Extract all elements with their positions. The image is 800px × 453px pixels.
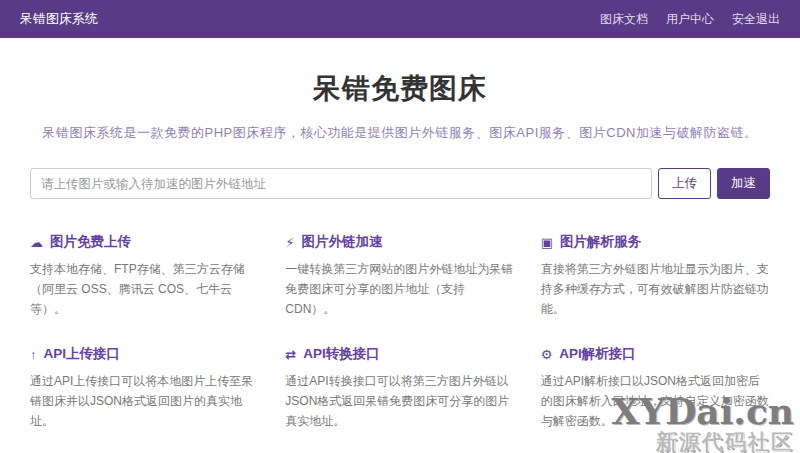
nav-link-logout[interactable]: 安全退出	[732, 11, 780, 28]
feature-description: 一键转换第三方网站的图片外链地址为呆错免费图床可分享的图片地址（支持CDN）。	[285, 260, 514, 319]
page-subtitle: 呆错图床系统是一款免费的PHP图床程序，核心功能是提供图片外链服务、图床API服…	[30, 124, 770, 142]
link-accelerate-icon: ⚡	[285, 235, 294, 250]
upload-button[interactable]: 上传	[658, 168, 711, 199]
feature-description: 通过API解析接口以JSON格式返回加密后的图床解析入口地址，支持自定义加密函数…	[541, 372, 770, 431]
search-bar: 上传 加速	[30, 168, 770, 199]
api-convert-icon: ⇄	[285, 347, 296, 362]
feature-title: 图片外链加速	[301, 233, 382, 251]
accelerate-button[interactable]: 加速	[717, 168, 770, 199]
feature-card-api-parse: ⚙ API解析接口 通过API解析接口以JSON格式返回加密后的图床解析入口地址…	[541, 345, 770, 431]
navbar: 呆错图床系统 图床文档 用户中心 安全退出	[0, 0, 800, 38]
feature-description: 通过API上传接口可以将本地图片上传至呆错图床并以JSON格式返回图片的真实地址…	[30, 372, 259, 431]
feature-title: API解析接口	[559, 345, 636, 363]
feature-description: 支持本地存储、FTP存储、第三方云存储（阿里云 OSS、腾讯云 COS、七牛云等…	[30, 260, 259, 319]
feature-card-api-upload: ↑ API上传接口 通过API上传接口可以将本地图片上传至呆错图床并以JSON格…	[30, 345, 259, 431]
nav-link-user-center[interactable]: 用户中心	[666, 11, 714, 28]
api-parse-icon: ⚙	[541, 347, 553, 362]
feature-card-api-convert: ⇄ API转换接口 通过API转换接口可以将第三方图片外链以JSON格式返回呆错…	[285, 345, 514, 431]
feature-title: 图片解析服务	[560, 233, 641, 251]
feature-card-image-parse: ▣ 图片解析服务 直接将第三方外链图片地址显示为图片、支持多种缓存方式，可有效破…	[541, 233, 770, 319]
feature-description: 直接将第三方外链图片地址显示为图片、支持多种缓存方式，可有效破解图片防盗链功能。	[541, 260, 770, 319]
feature-card-image-upload: ☁ 图片免费上传 支持本地存储、FTP存储、第三方云存储（阿里云 OSS、腾讯云…	[30, 233, 259, 319]
image-url-input[interactable]	[30, 168, 652, 199]
features-grid: ☁ 图片免费上传 支持本地存储、FTP存储、第三方云存储（阿里云 OSS、腾讯云…	[30, 233, 770, 432]
brand-title[interactable]: 呆错图床系统	[20, 10, 98, 28]
feature-description: 通过API转换接口可以将第三方图片外链以JSON格式返回呆错免费图床可分享的图片…	[285, 372, 514, 431]
page-title: 呆错免费图床	[30, 70, 770, 108]
nav-link-docs[interactable]: 图床文档	[600, 11, 648, 28]
feature-title: API转换接口	[303, 345, 380, 363]
feature-title: API上传接口	[44, 345, 121, 363]
feature-title: 图片免费上传	[50, 233, 131, 251]
feature-card-link-accelerate: ⚡ 图片外链加速 一键转换第三方网站的图片外链地址为呆错免费图床可分享的图片地址…	[285, 233, 514, 319]
api-upload-icon: ↑	[30, 347, 37, 362]
image-parse-icon: ▣	[541, 235, 553, 250]
navbar-links: 图床文档 用户中心 安全退出	[600, 11, 780, 28]
cloud-upload-icon: ☁	[30, 235, 43, 250]
